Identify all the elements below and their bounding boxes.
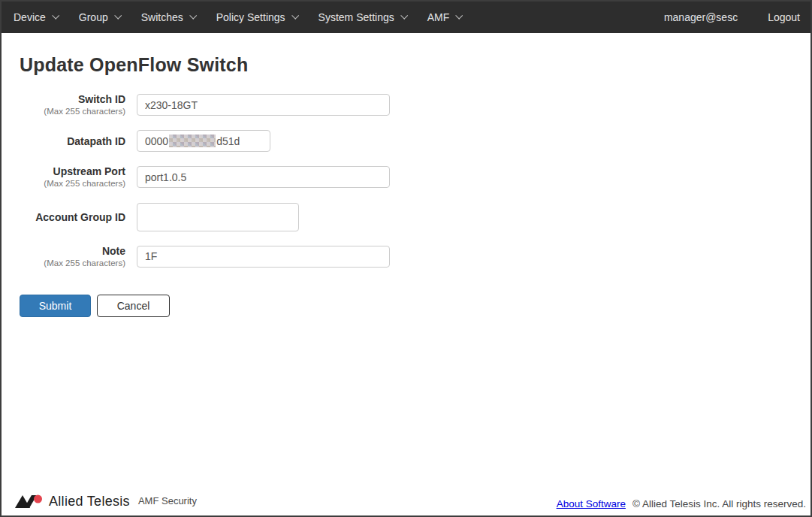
product-name: AMF Security xyxy=(138,495,197,507)
logged-in-user: manager@sesc xyxy=(664,11,738,23)
nav-item-switches[interactable]: Switches xyxy=(141,11,195,23)
nav-menu: Device Group Switches Policy Settings Sy… xyxy=(14,11,461,23)
update-openflow-switch-form: Switch ID (Max 255 characters) Datapath … xyxy=(20,93,792,317)
label-column: Note (Max 255 characters) xyxy=(20,245,125,268)
allied-telesis-logo-icon xyxy=(15,493,44,509)
datapath-id-input[interactable]: 0000 d51d xyxy=(137,130,270,152)
switch-id-input[interactable] xyxy=(137,94,390,116)
nav-item-label: System Settings xyxy=(318,11,394,23)
upstream-port-input[interactable] xyxy=(137,166,390,188)
chevron-down-icon xyxy=(189,12,197,20)
chevron-down-icon xyxy=(52,12,59,20)
nav-item-label: Switches xyxy=(141,11,183,23)
form-row-datapath-id: Datapath ID 0000 d51d xyxy=(20,130,792,152)
form-row-upstream-port: Upstream Port (Max 255 characters) xyxy=(20,165,792,189)
top-navbar: Device Group Switches Policy Settings Sy… xyxy=(2,2,810,33)
datapath-value-suffix: d51d xyxy=(216,135,240,147)
form-row-note: Note (Max 255 characters) xyxy=(20,245,792,268)
nav-item-label: Policy Settings xyxy=(216,11,285,23)
chevron-down-icon xyxy=(114,12,122,20)
account-group-id-label: Account Group ID xyxy=(20,211,125,223)
cancel-button[interactable]: Cancel xyxy=(97,295,170,317)
brand-group: Allied Telesis AMF Security xyxy=(15,493,197,509)
page-title: Update OpenFlow Switch xyxy=(20,54,792,76)
nav-item-label: Device xyxy=(14,11,46,23)
main-content: Update OpenFlow Switch Switch ID (Max 25… xyxy=(2,33,810,317)
label-column: Switch ID (Max 255 characters) xyxy=(20,93,125,116)
chevron-down-icon xyxy=(400,12,408,20)
chevron-down-icon xyxy=(456,12,463,20)
form-row-account-group-id: Account Group ID xyxy=(20,203,792,231)
brand-name: Allied Telesis xyxy=(49,494,130,509)
submit-button[interactable]: Submit xyxy=(20,295,91,317)
note-hint: (Max 255 characters) xyxy=(20,258,125,268)
form-actions: Submit Cancel xyxy=(20,295,792,317)
chevron-down-icon xyxy=(291,12,299,20)
label-column: Account Group ID xyxy=(20,211,125,223)
note-input[interactable] xyxy=(137,246,390,268)
footer: Allied Telesis AMF Security About Softwa… xyxy=(2,493,810,515)
about-software-link[interactable]: About Software xyxy=(557,498,626,509)
nav-right-section: manager@sesc Logout xyxy=(664,11,800,23)
redacted-pixelation xyxy=(169,135,216,147)
nav-item-amf[interactable]: AMF xyxy=(427,11,462,23)
nav-item-device[interactable]: Device xyxy=(14,11,58,23)
note-label: Note xyxy=(20,245,125,257)
account-group-id-input[interactable] xyxy=(137,203,299,231)
upstream-port-label: Upstream Port xyxy=(20,165,125,177)
label-column: Upstream Port (Max 255 characters) xyxy=(20,165,125,189)
upstream-port-hint: (Max 255 characters) xyxy=(20,179,125,189)
nav-item-policy-settings[interactable]: Policy Settings xyxy=(216,11,297,23)
form-row-switch-id: Switch ID (Max 255 characters) xyxy=(20,93,792,116)
footer-right: About Software © Allied Telesis Inc. All… xyxy=(557,498,806,509)
app-window: Device Group Switches Policy Settings Sy… xyxy=(0,0,812,517)
nav-item-group[interactable]: Group xyxy=(79,11,120,23)
label-column: Datapath ID xyxy=(20,135,125,147)
logout-link[interactable]: Logout xyxy=(768,11,800,23)
nav-item-system-settings[interactable]: System Settings xyxy=(318,11,406,23)
copyright-text: © Allied Telesis Inc. All rights reserve… xyxy=(632,498,806,509)
datapath-id-label: Datapath ID xyxy=(20,135,125,147)
nav-item-label: AMF xyxy=(427,11,450,23)
datapath-value-prefix: 0000 xyxy=(145,135,168,147)
switch-id-label: Switch ID xyxy=(20,93,125,105)
nav-item-label: Group xyxy=(79,11,108,23)
switch-id-hint: (Max 255 characters) xyxy=(20,107,125,116)
